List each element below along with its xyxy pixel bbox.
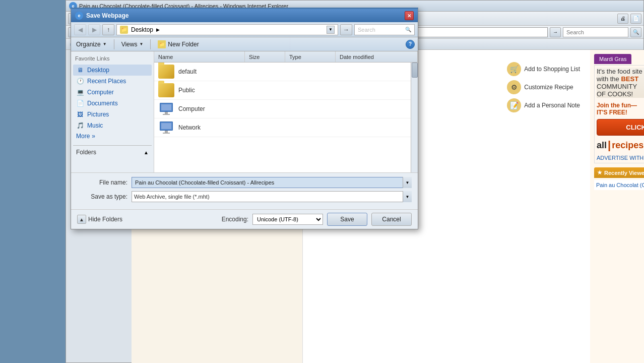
computer-icon xyxy=(160,103,173,112)
go-button[interactable]: → xyxy=(550,27,561,37)
search-input[interactable] xyxy=(563,27,628,37)
views-button[interactable]: Views ▼ xyxy=(119,39,146,50)
file-name-computer: Computer xyxy=(178,105,205,112)
sidebar-item-desktop[interactable]: 🖥 Desktop xyxy=(73,65,152,76)
toolbar-sep-2 xyxy=(150,39,151,49)
dialog-title-bar: e Save Webpage ✕ xyxy=(71,9,418,22)
dialog-bottom: File name: ▼ Save as type: Web Archive, … xyxy=(71,172,418,209)
sidebar-item-computer[interactable]: 💻 Computer xyxy=(73,87,152,98)
filename-row: File name: ▼ xyxy=(77,177,412,188)
page-button[interactable]: 📄 xyxy=(630,14,641,24)
sidebar-item-recent[interactable]: 🕐 Recent Places xyxy=(73,76,152,87)
views-label: Views xyxy=(121,41,138,48)
recently-viewed-item[interactable]: Pain au Chocolat (Chocolate-fi... xyxy=(594,180,644,190)
encoding-label: Encoding: xyxy=(222,216,248,223)
food-site-line1: It's the food site xyxy=(597,68,642,75)
more-arrow: » xyxy=(92,133,95,140)
table-row[interactable]: Computer xyxy=(154,100,418,118)
dialog-sidebar: Favorite Links 🖥 Desktop 🕐 Recent Places… xyxy=(71,51,154,172)
star-icon: ★ xyxy=(597,169,602,176)
table-row[interactable]: Network xyxy=(154,118,418,137)
right-panel: Mardi Gras It's the food site with the B… xyxy=(590,50,644,363)
nav-btn-4[interactable]: → xyxy=(340,24,352,35)
savetype-wrapper: Web Archive, single file (*.mht) ▼ xyxy=(132,191,412,202)
sidebar-desktop-label: Desktop xyxy=(87,67,109,74)
save-webpage-dialog: e Save Webpage ✕ ◀ ▶ ↑ 📁 Desktop ▶ ▼ → S… xyxy=(71,8,418,229)
dialog-search-box[interactable]: Search 🔍 xyxy=(354,24,415,35)
scrollbar-thumb[interactable] xyxy=(412,63,418,78)
dialog-nav-bar: ◀ ▶ ↑ 📁 Desktop ▶ ▼ → Search 🔍 xyxy=(71,22,418,37)
print-button[interactable]: 🖨 xyxy=(617,14,628,24)
network-base-icon xyxy=(163,133,170,134)
sidebar-item-documents[interactable]: 📄 Documents xyxy=(73,98,152,109)
folder-icon xyxy=(158,83,174,97)
file-name-public: Public xyxy=(178,87,195,94)
filename-input[interactable] xyxy=(132,177,412,188)
mardi-gras-tab[interactable]: Mardi Gras xyxy=(594,54,631,64)
location-dropdown[interactable]: 📁 Desktop ▶ ▼ xyxy=(116,24,338,35)
customize-recipe-button[interactable]: ⚙ Customize Recipe xyxy=(507,78,580,96)
file-name-default: default xyxy=(178,68,197,75)
food-site-line3: COMMUNITY xyxy=(597,83,637,90)
folders-toggle[interactable]: Folders ▲ xyxy=(73,148,152,157)
sidebar-recent-label: Recent Places xyxy=(87,78,126,85)
encoding-select[interactable]: Unicode (UTF-8) xyxy=(252,214,323,225)
save-button[interactable]: Save xyxy=(327,213,367,226)
organize-arrow: ▼ xyxy=(103,42,107,46)
recent-icon: 🕐 xyxy=(76,77,84,85)
col-header-date[interactable]: Date modified xyxy=(336,51,418,62)
organize-label: Organize xyxy=(76,41,101,48)
new-folder-button[interactable]: 📁 New Folder xyxy=(156,39,201,50)
new-folder-label: New Folder xyxy=(168,41,199,48)
click-here-label: CLICK HERE xyxy=(626,124,644,131)
forward-nav-button[interactable]: ▶ xyxy=(88,24,100,35)
filename-wrapper: ▼ xyxy=(132,177,412,188)
food-site-ad: It's the food site with the BEST COMMUNI… xyxy=(597,68,644,98)
views-arrow: ▼ xyxy=(139,42,143,46)
dialog-body: Favorite Links 🖥 Desktop 🕐 Recent Places… xyxy=(71,51,418,172)
vertical-scrollbar[interactable] xyxy=(411,63,418,172)
network-icon xyxy=(160,122,173,131)
dropdown-arrow[interactable]: ▼ xyxy=(327,26,335,34)
sidebar-documents-label: Documents xyxy=(87,100,118,107)
col-header-size[interactable]: Size xyxy=(245,51,285,62)
up-nav-button[interactable]: ↑ xyxy=(102,24,114,35)
sidebar-item-music[interactable]: 🎵 Music xyxy=(73,120,152,131)
location-folder-icon: 📁 xyxy=(120,26,128,34)
click-here-button[interactable]: CLICK HERE ▶ xyxy=(597,119,644,136)
search-button[interactable]: 🔍 xyxy=(630,27,641,37)
file-list-header: Name Size Type Date modified xyxy=(154,51,418,63)
music-icon: 🎵 xyxy=(76,122,84,130)
folder-icon xyxy=(158,65,174,79)
advertise-link[interactable]: ADVERTISE WITH US xyxy=(597,155,644,161)
back-nav-button[interactable]: ◀ xyxy=(74,24,86,35)
savetype-select[interactable]: Web Archive, single file (*.mht) xyxy=(132,191,412,202)
table-row[interactable]: default xyxy=(154,63,418,81)
dialog-title-icon: e xyxy=(75,12,83,20)
more-label: More xyxy=(76,133,90,140)
add-note-label: Add a Personal Note xyxy=(524,102,580,109)
dialog-close-button[interactable]: ✕ xyxy=(405,11,414,20)
cancel-button[interactable]: Cancel xyxy=(371,213,412,226)
food-site-line2: with the xyxy=(597,75,619,83)
dialog-title: Save Webpage xyxy=(86,12,128,19)
folders-arrow: ▲ xyxy=(144,150,149,155)
col-header-type[interactable]: Type xyxy=(285,51,336,62)
add-note-button[interactable]: 📝 Add a Personal Note xyxy=(507,96,580,114)
join-text: Join the fun— IT'S FREE! xyxy=(597,102,644,116)
table-row[interactable]: Public xyxy=(154,81,418,100)
sidebar-more-button[interactable]: More » xyxy=(73,131,152,141)
add-to-shopping-button[interactable]: 🛒 Add to Shopping List xyxy=(507,60,580,78)
note-icon: 📝 xyxy=(507,98,521,112)
hide-folders-button[interactable]: ▲ Hide Folders xyxy=(77,215,122,224)
customize-icon: ⚙ xyxy=(507,80,521,94)
location-label: Desktop xyxy=(131,26,153,33)
sidebar-item-pictures[interactable]: 🖼 Pictures xyxy=(73,109,152,120)
col-header-name[interactable]: Name xyxy=(154,51,245,62)
help-button[interactable]: ? xyxy=(406,40,415,49)
location-arrow: ▶ xyxy=(156,27,160,32)
documents-icon: 📄 xyxy=(76,99,84,107)
pictures-icon: 🖼 xyxy=(76,110,84,118)
organize-button[interactable]: Organize ▼ xyxy=(74,39,109,50)
savetype-row: Save as type: Web Archive, single file (… xyxy=(77,191,412,202)
